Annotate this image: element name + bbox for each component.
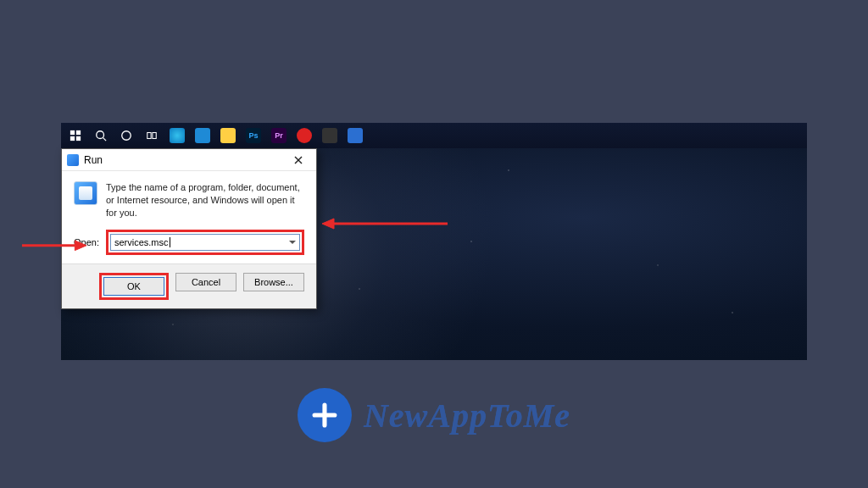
edge-icon[interactable] xyxy=(164,123,190,148)
svg-rect-7 xyxy=(147,133,151,139)
svg-point-4 xyxy=(97,131,104,139)
cortana-icon[interactable] xyxy=(114,123,139,148)
taskbar-app-icon[interactable] xyxy=(342,123,368,148)
run-dialog: Run Type the name of a program, folder, … xyxy=(61,148,317,309)
open-input[interactable]: services.msc xyxy=(110,234,300,251)
start-button[interactable] xyxy=(63,123,88,148)
browse-button[interactable]: Browse... xyxy=(243,273,304,291)
svg-line-5 xyxy=(103,138,107,141)
open-label: Open: xyxy=(74,237,99,247)
run-icon xyxy=(67,154,79,166)
task-view-icon[interactable] xyxy=(139,123,164,148)
svg-rect-1 xyxy=(76,130,81,135)
taskbar-app-icon[interactable] xyxy=(317,123,342,148)
watermark-badge xyxy=(298,388,352,442)
file-explorer-icon[interactable] xyxy=(215,123,241,148)
taskbar-app-icon[interactable] xyxy=(190,123,215,148)
svg-rect-2 xyxy=(70,136,75,141)
close-icon xyxy=(294,156,303,164)
plus-icon xyxy=(310,401,339,430)
svg-point-6 xyxy=(122,131,131,141)
photoshop-icon[interactable]: Ps xyxy=(241,123,266,148)
open-input-value: services.msc xyxy=(114,237,169,247)
run-title: Run xyxy=(84,154,286,166)
cancel-button[interactable]: Cancel xyxy=(175,273,236,291)
watermark-text: NewAppToMe xyxy=(364,396,570,435)
search-icon[interactable] xyxy=(88,123,114,148)
premiere-icon[interactable]: Pr xyxy=(266,123,292,148)
watermark: NewAppToMe xyxy=(298,388,570,442)
run-description: Type the name of a program, folder, docu… xyxy=(106,181,304,219)
ok-button[interactable]: OK xyxy=(103,277,164,296)
ok-highlight: OK xyxy=(99,273,169,300)
close-button[interactable] xyxy=(286,152,311,169)
input-highlight: services.msc xyxy=(106,230,304,255)
svg-rect-0 xyxy=(70,130,75,135)
run-titlebar: Run xyxy=(62,149,316,171)
svg-rect-8 xyxy=(153,133,156,139)
taskbar: Ps Pr xyxy=(61,123,807,148)
run-button-row: OK Cancel Browse... xyxy=(62,263,316,308)
run-body-icon xyxy=(74,181,97,205)
chevron-down-icon[interactable] xyxy=(289,241,296,244)
svg-rect-3 xyxy=(76,136,81,141)
taskbar-app-icon[interactable] xyxy=(292,123,317,148)
